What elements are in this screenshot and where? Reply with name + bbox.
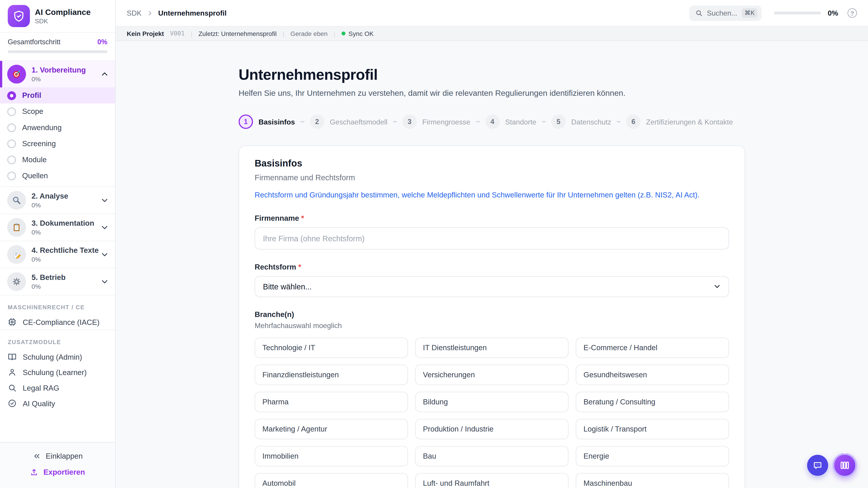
sidebar-item-screening[interactable]: Screening xyxy=(0,135,115,152)
export-label: Exportieren xyxy=(43,468,85,477)
branche-option-bau[interactable]: Bau xyxy=(415,446,568,466)
search-input[interactable]: Suchen... ⌘K xyxy=(689,5,762,21)
radio-empty-icon xyxy=(7,123,16,132)
firmenname-label: Firmenname * xyxy=(255,214,729,222)
upload-icon xyxy=(30,468,38,477)
step-zertifizierungen-kontakte[interactable]: 6 Zertifizierungen & Kontakte xyxy=(626,115,733,129)
chat-fab-button[interactable] xyxy=(807,455,828,476)
sidebar-item-profil[interactable]: Profil xyxy=(0,88,115,103)
card-info-text: Rechtsform und Gründungsjahr bestimmen, … xyxy=(255,190,729,201)
target-icon xyxy=(7,65,26,84)
breadcrumb-current: Unternehmensprofil xyxy=(158,9,226,17)
step-separator xyxy=(301,121,304,123)
branche-option-e-commerce-handel[interactable]: E-Commerce / Handel xyxy=(576,337,729,358)
sidebar-item-ce-compliance-iace[interactable]: CE-Compliance (IACE) xyxy=(0,314,115,330)
sidebar-phase-2-analyse[interactable]: 2. Analyse 0% xyxy=(0,186,115,214)
branche-option-finanzdienstleistungen[interactable]: Finanzdienstleistungen xyxy=(255,365,408,385)
branche-option-pharma[interactable]: Pharma xyxy=(255,392,408,412)
branche-option-produktion-industrie[interactable]: Produktion / Industrie xyxy=(415,419,568,440)
chevron-down-icon xyxy=(101,278,108,285)
sidebar-item-schulung-admin[interactable]: Schulung (Admin) xyxy=(0,349,115,365)
status-bar: Kein Projekt V001 | Zuletzt: Unternehmen… xyxy=(116,27,868,41)
page-title: Unternehmensprofil xyxy=(239,66,745,84)
sidebar-item-quellen[interactable]: Quellen xyxy=(0,168,115,184)
branche-option-automobil[interactable]: Automobil xyxy=(255,473,408,488)
branche-option-technologie-it[interactable]: Technologie / IT xyxy=(255,337,408,358)
sidebar-item-legal-rag[interactable]: Legal RAG xyxy=(0,380,115,396)
step-label: Datenschutz xyxy=(571,118,611,126)
step-standorte[interactable]: 4 Standorte xyxy=(485,115,536,129)
sidebar-item-schulung-learner[interactable]: Schulung (Learner) xyxy=(0,365,115,380)
sidebar-phase-4-rechtliche-texte[interactable]: 4. Rechtliche Texte 0% xyxy=(0,240,115,268)
branche-option-beratung-consulting[interactable]: Beratung / Consulting xyxy=(576,392,729,412)
top-progress-value: 0% xyxy=(828,9,838,17)
sidebar-item-scope[interactable]: Scope xyxy=(0,103,115,120)
rechtsform-select[interactable]: Bitte wählen... xyxy=(255,276,729,297)
phase-title: 2. Analyse xyxy=(32,192,95,201)
sync-status: Sync OK xyxy=(341,30,374,37)
columns-icon xyxy=(839,460,850,471)
step-geschaeftsmodell[interactable]: 2 Geschaeftsmodell xyxy=(310,115,388,129)
step-number: 2 xyxy=(310,115,324,129)
sidebar-footer: Einklappen Exportieren xyxy=(0,442,115,488)
required-asterisk: * xyxy=(298,263,301,271)
sidebar-item-label: CE-Compliance (IACE) xyxy=(23,318,99,326)
branche-option-energie[interactable]: Energie xyxy=(576,446,729,466)
branche-option-logistik-transport[interactable]: Logistik / Transport xyxy=(576,419,729,440)
sidebar-phase-3-dokumentation[interactable]: 3. Dokumentation 0% xyxy=(0,214,115,240)
sidebar-item-module[interactable]: Module xyxy=(0,152,115,168)
book-open-icon xyxy=(8,352,17,361)
chevron-up-icon xyxy=(101,70,108,78)
phase-title: 5. Betrieb xyxy=(32,273,95,283)
step-number: 6 xyxy=(626,115,641,129)
branche-option-bildung[interactable]: Bildung xyxy=(415,392,568,412)
step-label: Zertifizierungen & Kontakte xyxy=(646,118,733,126)
app-title: AI Compliance xyxy=(35,8,91,18)
content-scroll-area[interactable]: Unternehmensprofil Helfen Sie uns, Ihr U… xyxy=(116,41,868,488)
search-placeholder: Suchen... xyxy=(707,9,737,17)
breadcrumb-root[interactable]: SDK xyxy=(127,9,142,17)
magnifier-icon xyxy=(7,191,26,210)
branche-option-gesundheitswesen[interactable]: Gesundheitswesen xyxy=(576,365,729,385)
sidebar-item-label: Scope xyxy=(22,107,43,116)
branche-option-luft-und-raumfahrt[interactable]: Luft- und Raumfahrt xyxy=(415,473,568,488)
sidebar-item-label: Schulung (Admin) xyxy=(23,353,82,361)
branche-option-versicherungen[interactable]: Versicherungen xyxy=(415,365,568,385)
help-icon[interactable]: ? xyxy=(847,8,857,18)
step-datenschutz[interactable]: 5 Datenschutz xyxy=(551,115,611,129)
radio-empty-icon xyxy=(7,155,16,164)
step-firmengroesse[interactable]: 3 Firmengroesse xyxy=(402,115,470,129)
phase-percent: 0% xyxy=(32,229,95,236)
export-button[interactable]: Exportieren xyxy=(0,464,115,480)
sidebar-item-anwendung[interactable]: Anwendung xyxy=(0,120,115,135)
step-number: 1 xyxy=(239,115,253,129)
sidebar-item-label: Anwendung xyxy=(22,123,62,132)
sidebar-phase-vorbereitung[interactable]: 1. Vorbereitung 0% xyxy=(0,61,115,88)
step-label: Firmengroesse xyxy=(422,118,470,126)
branche-option-it-dienstleistungen[interactable]: IT Dienstleistungen xyxy=(415,337,568,358)
collapsed-phases: 2. Analyse 0% 3. Dokumentation 0% 4. Rec… xyxy=(0,186,115,295)
branche-option-immobilien[interactable]: Immobilien xyxy=(255,446,408,466)
radio-empty-icon xyxy=(7,171,16,180)
overall-progress: Gesamtfortschritt 0% xyxy=(0,33,115,61)
card-subtitle: Firmenname und Rechtsform xyxy=(255,173,729,182)
branche-option-maschinenbau[interactable]: Maschinenbau xyxy=(576,473,729,488)
sidebar-item-label: Schulung (Learner) xyxy=(23,368,87,377)
sidebar-phase-5-betrieb[interactable]: 5. Betrieb 0% xyxy=(0,268,115,295)
search-shortcut-kbd: ⌘K xyxy=(742,8,757,18)
sidebar-item-label: Legal RAG xyxy=(23,384,59,392)
branche-option-marketing-agentur[interactable]: Marketing / Agentur xyxy=(255,419,408,440)
chat-bubble-icon xyxy=(813,460,823,470)
board-fab-button[interactable] xyxy=(833,453,857,478)
gear-icon xyxy=(7,272,26,291)
phase-title: 3. Dokumentation xyxy=(32,219,95,228)
memo-icon xyxy=(7,245,26,264)
rechtsform-label: Rechtsform * xyxy=(255,263,729,271)
collapse-sidebar-button[interactable]: Einklappen xyxy=(0,448,115,464)
sidebar-item-ai-quality[interactable]: AI Quality xyxy=(0,396,115,411)
firmenname-input[interactable] xyxy=(255,227,729,250)
chevrons-left-icon xyxy=(32,452,41,460)
step-basisinfos[interactable]: 1 Basisinfos xyxy=(239,115,295,129)
page-subtitle: Helfen Sie uns, Ihr Unternehmen zu verst… xyxy=(239,89,745,97)
collapse-label: Einklappen xyxy=(46,452,83,460)
